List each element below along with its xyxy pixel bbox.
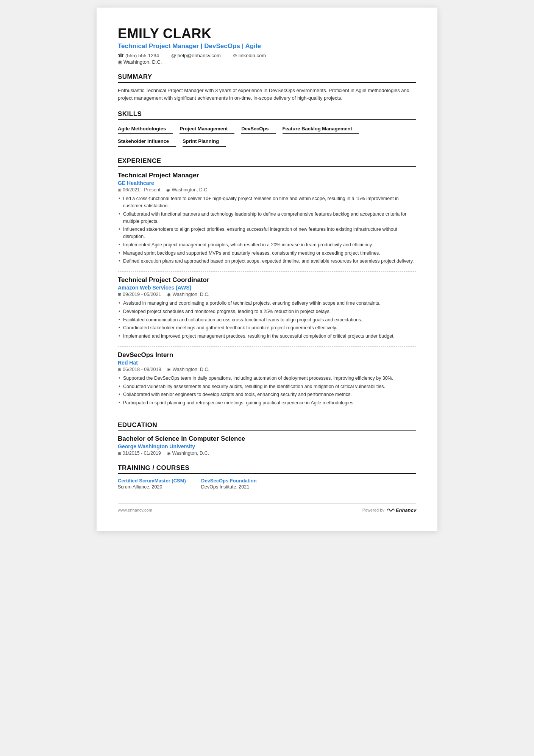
skills-section: SKILLS Agile MethodologiesProject Manage…	[118, 110, 416, 149]
linkedin-contact: ⊘ linkedin.com	[233, 53, 266, 58]
training-heading: TRAINING / COURSES	[118, 464, 416, 474]
linkedin-url: linkedin.com	[239, 53, 266, 58]
summary-text: Enthusiastic Technical Project Manager w…	[118, 87, 416, 102]
experience-heading: EXPERIENCE	[118, 157, 416, 167]
exp-bullets: Led a cross-functional team to deliver 1…	[118, 195, 416, 265]
phone-icon: ☎	[118, 53, 124, 58]
experience-section: EXPERIENCE Technical Project ManagerGE H…	[118, 157, 416, 413]
candidate-name: EMILY CLARK	[118, 26, 416, 42]
location-text: Washington, D.C.	[123, 59, 162, 65]
training-grid: Certified ScrumMaster (CSM)Scrum Allianc…	[118, 478, 416, 490]
edu-loc-icon: ◉	[167, 451, 171, 455]
footer-website: www.enhancv.com	[118, 508, 152, 512]
training-name: DevSecOps Foundation	[201, 478, 269, 484]
exp-meta: ⊞ 06/2018 - 08/2019◉ Washington, D.C.	[118, 367, 416, 372]
bullet-item: Collaborated with functional partners an…	[118, 211, 416, 225]
phone-contact: ☎ (555) 555-1234	[118, 53, 159, 58]
resume-page: EMILY CLARK Technical Project Manager | …	[97, 8, 437, 531]
exp-dates: ⊞ 09/2019 - 05/2021	[118, 292, 161, 297]
training-item: DevSecOps FoundationDevOps Institute, 20…	[201, 478, 269, 490]
bullet-item: Implemented and improved project managem…	[118, 333, 416, 340]
bullet-item: Facilitated communication and collaborat…	[118, 316, 416, 324]
job-title: DevSecOps Intern	[118, 351, 416, 359]
enhancv-logo: Enhancv	[387, 507, 416, 513]
education-heading: EDUCATION	[118, 421, 416, 431]
edu-dates: ⊞ 01/2015 - 01/2019	[118, 451, 161, 456]
bullet-item: Conducted vulnerability assessments and …	[118, 383, 416, 390]
skill-item: DevSecOps	[241, 124, 275, 134]
bullet-item: Led a cross-functional team to deliver 1…	[118, 195, 416, 210]
bullet-item: Defined execution plans and approached b…	[118, 258, 416, 265]
bullet-item: Collaborated with senior engineers to de…	[118, 391, 416, 398]
edu-degree: Bachelor of Science in Computer Science	[118, 435, 416, 443]
bullet-item: Developed project schedules and monitore…	[118, 308, 416, 315]
link-icon: ⊘	[233, 53, 237, 58]
cal-icon: ⊞	[118, 188, 121, 193]
footer-brand: Powered by Enhancv	[362, 507, 416, 513]
candidate-title: Technical Project Manager | DevSecOps | …	[118, 42, 416, 50]
location-contact: ◉ Washington, D.C.	[118, 59, 416, 65]
location-icon: ◉	[118, 59, 122, 65]
email-address: help@enhancv.com	[178, 53, 221, 58]
email-contact: @ help@enhancv.com	[171, 53, 221, 58]
exp-dates: ⊞ 06/2021 - Present	[118, 187, 160, 193]
bullet-item: Influenced stakeholders to align project…	[118, 226, 416, 240]
experience-list: Technical Project ManagerGE Healthcare⊞ …	[118, 172, 416, 413]
bullet-item: Assisted in managing and coordinating a …	[118, 300, 416, 307]
exp-meta: ⊞ 09/2019 - 05/2021◉ Washington, D.C.	[118, 292, 416, 297]
experience-entry: Technical Project CoordinatorAmazon Web …	[118, 276, 416, 347]
exp-location: ◉ Washington, D.C.	[166, 187, 209, 193]
resume-header: EMILY CLARK Technical Project Manager | …	[118, 26, 416, 65]
training-org: Scrum Alliance, 2020	[118, 484, 186, 490]
training-name: Certified ScrumMaster (CSM)	[118, 478, 186, 484]
company-name: Amazon Web Services (AWS)	[118, 285, 416, 291]
phone-number: (555) 555-1234	[125, 53, 159, 58]
exp-location: ◉ Washington, D.C.	[167, 367, 209, 372]
exp-dates: ⊞ 06/2018 - 08/2019	[118, 367, 161, 372]
company-name: GE Healthcare	[118, 180, 416, 186]
edu-school: George Washington University	[118, 443, 416, 449]
bullet-item: Supported the DevSecOps team in daily op…	[118, 375, 416, 382]
training-item: Certified ScrumMaster (CSM)Scrum Allianc…	[118, 478, 186, 490]
cal-icon: ⊞	[118, 292, 121, 297]
experience-entry: DevSecOps InternRed Hat⊞ 06/2018 - 08/20…	[118, 351, 416, 413]
resume-footer: www.enhancv.com Powered by Enhancv	[118, 503, 416, 513]
edu-location: ◉ Washington, D.C.	[167, 451, 209, 456]
exp-bullets: Assisted in managing and coordinating a …	[118, 300, 416, 340]
skill-item: Sprint Planning	[183, 136, 226, 147]
training-org: DevOps Institute, 2021	[201, 484, 269, 490]
training-section: TRAINING / COURSES Certified ScrumMaster…	[118, 464, 416, 490]
header-contacts: ☎ (555) 555-1234 @ help@enhancv.com ⊘ li…	[118, 53, 416, 58]
enhancv-symbol	[387, 507, 395, 513]
bullet-item: Coordinated stakeholder meetings and gat…	[118, 324, 416, 332]
email-icon: @	[171, 53, 176, 58]
skill-item: Project Management	[180, 124, 234, 134]
company-name: Red Hat	[118, 360, 416, 366]
summary-heading: SUMMARY	[118, 73, 416, 83]
skill-item: Stakeholder Influence	[118, 136, 176, 147]
loc-icon: ◉	[167, 292, 171, 297]
powered-by-label: Powered by	[362, 508, 384, 512]
bullet-item: Implemented Agile project management pri…	[118, 241, 416, 249]
skill-item: Agile Methodologies	[118, 124, 173, 134]
summary-section: SUMMARY Enthusiastic Technical Project M…	[118, 73, 416, 102]
exp-bullets: Supported the DevSecOps team in daily op…	[118, 375, 416, 407]
edu-meta: ⊞ 01/2015 - 01/2019 ◉ Washington, D.C.	[118, 451, 416, 456]
brand-name: Enhancv	[396, 507, 416, 513]
cal-icon: ⊞	[118, 367, 121, 372]
exp-meta: ⊞ 06/2021 - Present◉ Washington, D.C.	[118, 187, 416, 193]
education-section: EDUCATION Bachelor of Science in Compute…	[118, 421, 416, 456]
skills-grid: Agile MethodologiesProject ManagementDev…	[118, 124, 416, 149]
experience-entry: Technical Project ManagerGE Healthcare⊞ …	[118, 172, 416, 272]
loc-icon: ◉	[167, 367, 171, 372]
job-title: Technical Project Coordinator	[118, 276, 416, 284]
edu-cal-icon: ⊞	[118, 451, 121, 455]
skill-item: Feature Backlog Management	[283, 124, 359, 134]
exp-location: ◉ Washington, D.C.	[167, 292, 209, 297]
bullet-item: Managed sprint backlogs and supported MV…	[118, 250, 416, 257]
loc-icon: ◉	[166, 188, 170, 193]
job-title: Technical Project Manager	[118, 172, 416, 179]
skills-heading: SKILLS	[118, 110, 416, 120]
bullet-item: Participated in sprint planning and retr…	[118, 399, 416, 407]
